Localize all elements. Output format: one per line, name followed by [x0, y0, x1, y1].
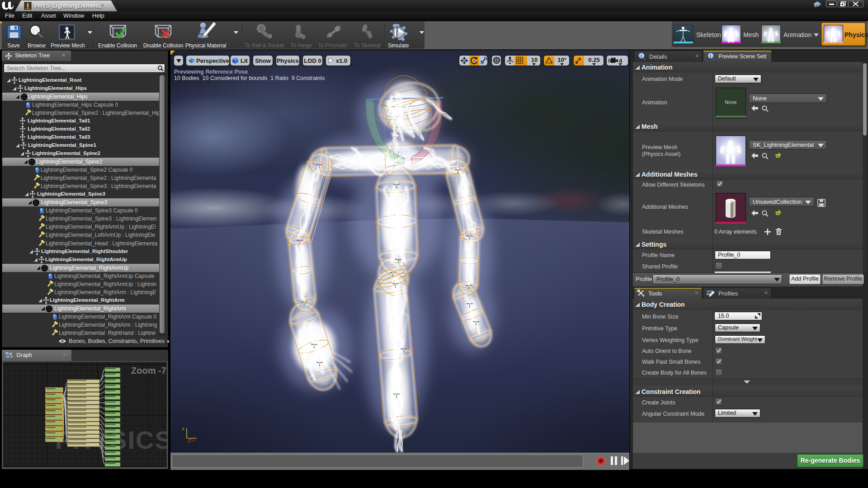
svg-text:z: z — [182, 427, 184, 431]
svg-text:i: i — [710, 53, 711, 58]
svg-text:i: i — [641, 53, 642, 58]
svg-text:y: y — [188, 439, 190, 443]
